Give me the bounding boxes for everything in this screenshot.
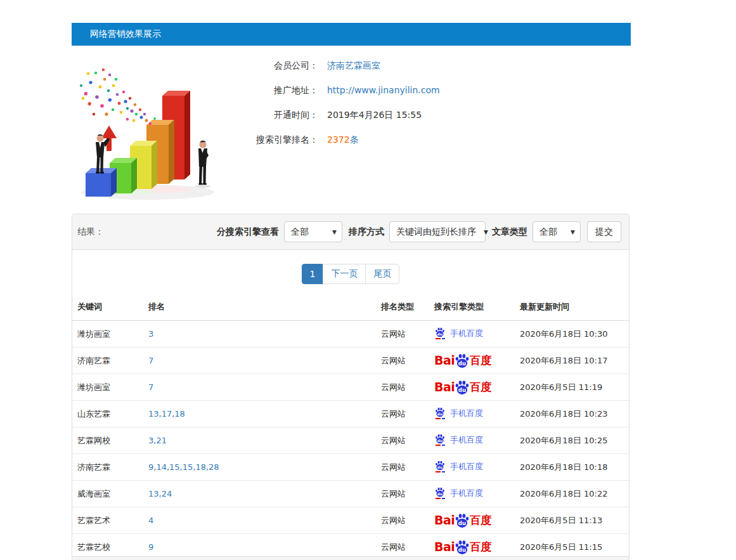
sort-label: 排序方式 xyxy=(349,226,384,238)
panel-footer-cutoff xyxy=(72,556,629,560)
rank-link[interactable]: 9 xyxy=(148,542,153,552)
rank-type-cell: 云网站 xyxy=(376,401,429,427)
table-row: 潍坊画室 7 云网站 Bai du 百度 2020年6月5日 xyxy=(72,374,629,401)
baidu-logo: Bai du 百度 xyxy=(434,380,491,394)
updated-cell: 2020年6月5日 11:19 xyxy=(515,374,629,401)
rank-type-cell: 云网站 xyxy=(376,374,429,401)
article-type-label: 文章类型 xyxy=(492,226,527,238)
baidu-paw-icon: du xyxy=(454,380,470,395)
baidu-logo: Bai du 百度 xyxy=(434,513,491,527)
table-row: 潍坊画室 3 云网站 du 手机百度 xyxy=(72,321,629,348)
baidu-underline xyxy=(436,418,445,419)
article-type-select[interactable]: 全部 ▼ xyxy=(533,221,581,242)
table-header-row: 关键词 排名 排名类型 搜索引擎类型 最新更新时间 xyxy=(72,292,629,321)
chevron-down-icon: ▼ xyxy=(571,229,575,235)
results-table: 关键词 排名 排名类型 搜索引擎类型 最新更新时间 潍坊画室 3 云网站 xyxy=(72,292,629,560)
rank-link[interactable]: 3 xyxy=(148,329,153,339)
mobile-baidu-logo: du 手机百度 xyxy=(434,327,483,340)
engine-filter-label: 分搜索引擎查看 xyxy=(217,226,279,238)
chevron-down-icon: ▼ xyxy=(484,229,488,235)
header-rank-type: 排名类型 xyxy=(376,292,429,321)
keyword-cell: 济南艺霖 xyxy=(72,348,143,374)
table-row: 济南艺霖 7 云网站 Bai du 百度 2020年6月18日 xyxy=(72,348,629,374)
baidu-underline xyxy=(436,338,445,339)
chevron-down-icon: ▼ xyxy=(332,229,337,235)
mobile-baidu-label: 手机百度 xyxy=(450,407,483,420)
rank-link[interactable]: 4 xyxy=(148,516,153,525)
svg-text:du: du xyxy=(458,360,466,367)
baidu-paw-icon: du xyxy=(454,353,470,368)
pagination-page-1[interactable]: 1 xyxy=(302,264,324,284)
table-row: 艺霖网校 3,21 云网站 du 手机百度 xyxy=(72,427,629,454)
rank-link[interactable]: 7 xyxy=(148,356,153,365)
rank-count-number: 2372 xyxy=(327,134,350,145)
rank-count-suffix: 条 xyxy=(350,134,359,145)
info-row-url: 推广地址： http://www.jinanyilin.com xyxy=(247,84,440,97)
updated-cell: 2020年6月18日 10:22 xyxy=(515,481,629,507)
sort-select[interactable]: 关键词由短到长排序 ▼ xyxy=(389,221,486,242)
baidu-logo: Bai du 百度 xyxy=(434,540,491,554)
header-rank: 排名 xyxy=(143,292,376,321)
company-link[interactable]: 济南艺霖画室 xyxy=(327,60,380,70)
pagination-next[interactable]: 下一页 xyxy=(323,264,366,284)
svg-text:du: du xyxy=(458,520,466,526)
engine-filter-group: 分搜索引擎查看 全部 ▼ xyxy=(217,221,342,242)
pagination: 1 下一页 尾页 xyxy=(72,264,629,284)
confetti xyxy=(80,68,156,125)
open-time-value: 2019年4月26日 15:55 xyxy=(327,108,422,122)
engine-filter-select[interactable]: 全部 ▼ xyxy=(284,221,342,242)
rank-link[interactable]: 9,14,15,15,18,28 xyxy=(148,462,219,472)
rank-count-label: 搜索引擎排名： xyxy=(247,133,318,147)
header-updated: 最新更新时间 xyxy=(515,292,629,321)
mobile-baidu-label: 手机百度 xyxy=(450,433,483,446)
svg-text:du: du xyxy=(437,412,442,416)
mobile-baidu-logo: du 手机百度 xyxy=(434,486,483,500)
rank-type-cell: 云网站 xyxy=(376,454,429,481)
svg-text:du: du xyxy=(458,547,466,553)
info-row-company: 会员公司： 济南艺霖画室 xyxy=(247,59,440,72)
info-row-open-time: 开通时间： 2019年4月26日 15:55 xyxy=(247,108,440,122)
updated-cell: 2020年6月18日 10:23 xyxy=(515,401,629,427)
baidu-underline xyxy=(436,445,445,446)
page-header: 网络营销效果展示 xyxy=(72,23,631,46)
rank-count-value[interactable]: 2372条 xyxy=(327,133,359,147)
rank-link[interactable]: 13,17,18 xyxy=(148,409,185,419)
baidu-paw-icon: du xyxy=(434,487,446,497)
keyword-cell: 艺霖网校 xyxy=(72,427,143,454)
rank-type-cell: 云网站 xyxy=(376,321,429,348)
svg-text:du: du xyxy=(458,387,466,393)
updated-cell: 2020年6月18日 10:25 xyxy=(515,427,629,454)
baidu-underline xyxy=(436,471,445,472)
table-row: 山东艺霖 13,17,18 云网站 du 手机百 xyxy=(72,401,629,427)
sort-group: 排序方式 关键词由短到长排序 ▼ xyxy=(349,221,486,242)
baidu-paw-icon: du xyxy=(454,540,470,555)
results-panel: 结果： 分搜索引擎查看 全部 ▼ 排序方式 关键词由短到长排序 ▼ 文章类型 xyxy=(72,214,629,560)
baidu-underline xyxy=(436,498,445,499)
growth-chart-illustration xyxy=(72,54,222,204)
rank-link[interactable]: 13,24 xyxy=(148,489,172,498)
svg-text:du: du xyxy=(437,439,442,443)
promo-url-link[interactable]: http://www.jinanyilin.com xyxy=(327,85,440,95)
company-label: 会员公司： xyxy=(247,59,318,72)
mobile-baidu-label: 手机百度 xyxy=(450,486,483,500)
info-section: 会员公司： 济南艺霖画室 推广地址： http://www.jinanyilin… xyxy=(72,54,631,205)
open-time-label: 开通时间： xyxy=(247,108,318,122)
baidu-paw-icon: du xyxy=(434,407,446,417)
rank-type-cell: 云网站 xyxy=(376,427,429,454)
keyword-cell: 艺霖艺术 xyxy=(72,507,143,534)
mobile-baidu-logo: du 手机百度 xyxy=(434,460,483,473)
mobile-baidu-label: 手机百度 xyxy=(450,327,483,340)
keyword-cell: 济南艺霖 xyxy=(72,454,143,481)
svg-text:du: du xyxy=(437,492,442,496)
mobile-baidu-logo: du 手机百度 xyxy=(434,407,483,420)
article-type-group: 文章类型 全部 ▼ xyxy=(492,221,581,242)
keyword-cell: 威海画室 xyxy=(72,481,143,507)
table-row: 威海画室 13,24 云网站 du 手机百度 xyxy=(72,481,629,507)
submit-button[interactable]: 提交 xyxy=(587,221,621,242)
rank-link[interactable]: 3,21 xyxy=(148,436,167,445)
rank-link[interactable]: 7 xyxy=(148,382,153,392)
pagination-last[interactable]: 尾页 xyxy=(365,264,399,284)
mobile-baidu-logo: du 手机百度 xyxy=(434,433,483,446)
keyword-cell: 山东艺霖 xyxy=(72,401,143,427)
svg-text:du: du xyxy=(437,466,442,469)
